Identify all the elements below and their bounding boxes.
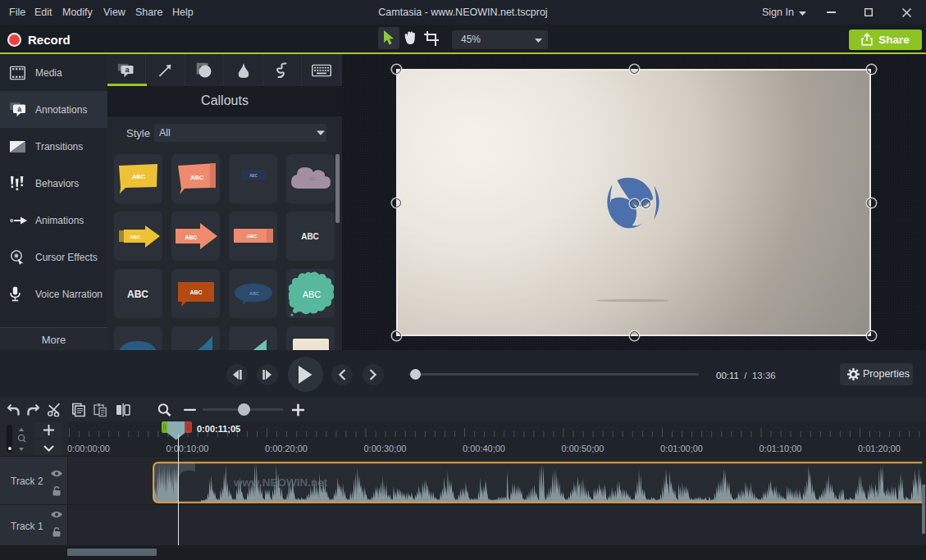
svg-text:ABC: ABC xyxy=(302,289,321,299)
svg-text:a: a xyxy=(17,105,21,113)
svg-text:ABC: ABC xyxy=(308,177,317,181)
svg-text:ABC: ABC xyxy=(130,234,141,239)
svg-text:a: a xyxy=(125,66,130,74)
svg-text:ABC: ABC xyxy=(246,234,258,239)
svg-text:ABC: ABC xyxy=(301,232,319,241)
svg-text:ABC: ABC xyxy=(189,289,202,295)
svg-text:ABC: ABC xyxy=(189,174,203,181)
svg-text:ABC: ABC xyxy=(249,291,259,296)
svg-text:ABC: ABC xyxy=(131,173,145,180)
svg-text:www.NEOWIN.net: www.NEOWIN.net xyxy=(233,476,328,489)
svg-text:ABC: ABC xyxy=(127,289,148,300)
svg-text:ABC: ABC xyxy=(185,234,197,240)
svg-text:ABC: ABC xyxy=(249,174,258,178)
